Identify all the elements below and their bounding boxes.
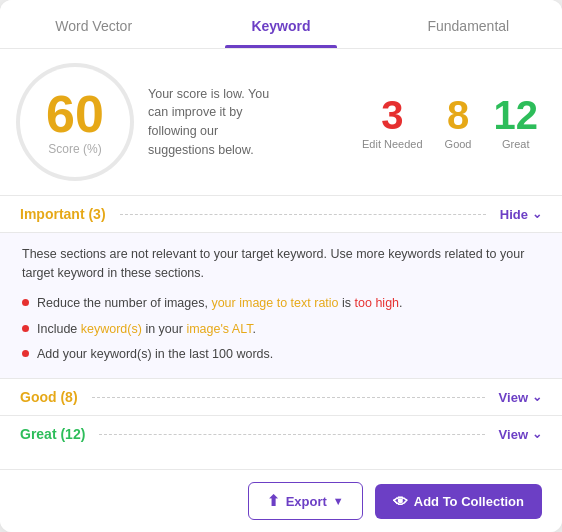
bullet-text-3: Add your keyword(s) in the last 100 word… <box>37 345 273 364</box>
add-to-collection-button[interactable]: 👁 Add To Collection <box>375 484 542 519</box>
metric-great: 12 Great <box>494 95 539 150</box>
section-title-important: Important (3) <box>20 206 106 222</box>
list-item: Reduce the number of images, your image … <box>22 294 540 313</box>
score-label: Score (%) <box>48 142 101 156</box>
export-label: Export <box>286 494 327 509</box>
score-section: 60 Score (%) Your score is low. You can … <box>0 49 562 195</box>
section-header-good: Good (8) View ⌄ <box>0 378 562 415</box>
tab-fundamental[interactable]: Fundamental <box>375 0 562 48</box>
metric-good-label: Good <box>445 138 472 150</box>
metric-great-label: Great <box>502 138 530 150</box>
section-dash-good <box>92 397 485 398</box>
metric-edit-needed-number: 3 <box>381 95 403 135</box>
metric-edit-needed: 3 Edit Needed <box>362 95 423 150</box>
highlight-alt: image's ALT <box>186 322 252 336</box>
highlight-too-high: too high <box>355 296 399 310</box>
score-number: 60 <box>46 88 104 140</box>
tab-word-vector[interactable]: Word Vector <box>0 0 187 48</box>
export-icon: ⬆ <box>267 492 280 510</box>
score-message: Your score is low. You can improve it by… <box>148 85 278 160</box>
section-title-great: Great (12) <box>20 426 85 442</box>
list-item: Include keyword(s) in your image's ALT. <box>22 320 540 339</box>
highlight-image-text-ratio: your image to text ratio <box>211 296 338 310</box>
chevron-down-icon-great: ⌄ <box>532 427 542 441</box>
export-chevron-icon: ▼ <box>333 495 344 507</box>
metric-good-number: 8 <box>447 95 469 135</box>
list-item: Add your keyword(s) in the last 100 word… <box>22 345 540 364</box>
tab-keyword[interactable]: Keyword <box>187 0 374 48</box>
bullet-dot-icon <box>22 325 29 332</box>
section-view-good-label: View <box>499 390 528 405</box>
chevron-up-icon: ⌄ <box>532 207 542 221</box>
tabs-bar: Word Vector Keyword Fundamental <box>0 0 562 49</box>
collection-icon: 👁 <box>393 493 408 510</box>
bullet-dot-icon <box>22 299 29 306</box>
footer: ⬆ Export ▼ 👁 Add To Collection <box>0 469 562 532</box>
section-dash-important <box>120 214 486 215</box>
section-action-important[interactable]: Hide ⌄ <box>500 207 542 222</box>
section-action-great[interactable]: View ⌄ <box>499 427 542 442</box>
export-button[interactable]: ⬆ Export ▼ <box>248 482 363 520</box>
section-header-great: Great (12) View ⌄ <box>0 415 562 452</box>
section-title-good: Good (8) <box>20 389 78 405</box>
score-circle: 60 Score (%) <box>20 67 130 177</box>
bullet-text-2: Include keyword(s) in your image's ALT. <box>37 320 256 339</box>
bullet-dot-icon <box>22 350 29 357</box>
main-card: Word Vector Keyword Fundamental 60 Score… <box>0 0 562 532</box>
section-action-good[interactable]: View ⌄ <box>499 390 542 405</box>
bullet-text-1: Reduce the number of images, your image … <box>37 294 403 313</box>
metric-good: 8 Good <box>445 95 472 150</box>
section-dash-great <box>99 434 484 435</box>
content-intro: These sections are not relevant to your … <box>22 245 540 284</box>
score-metrics: 3 Edit Needed 8 Good 12 Great <box>362 95 538 150</box>
bullet-list: Reduce the number of images, your image … <box>22 294 540 364</box>
metric-great-number: 12 <box>494 95 539 135</box>
section-hide-label: Hide <box>500 207 528 222</box>
highlight-keywords: keyword(s) <box>81 322 142 336</box>
metric-edit-needed-label: Edit Needed <box>362 138 423 150</box>
content-area: These sections are not relevant to your … <box>0 232 562 378</box>
section-header-important: Important (3) Hide ⌄ <box>0 195 562 232</box>
section-view-great-label: View <box>499 427 528 442</box>
chevron-down-icon: ⌄ <box>532 390 542 404</box>
collection-label: Add To Collection <box>414 494 524 509</box>
